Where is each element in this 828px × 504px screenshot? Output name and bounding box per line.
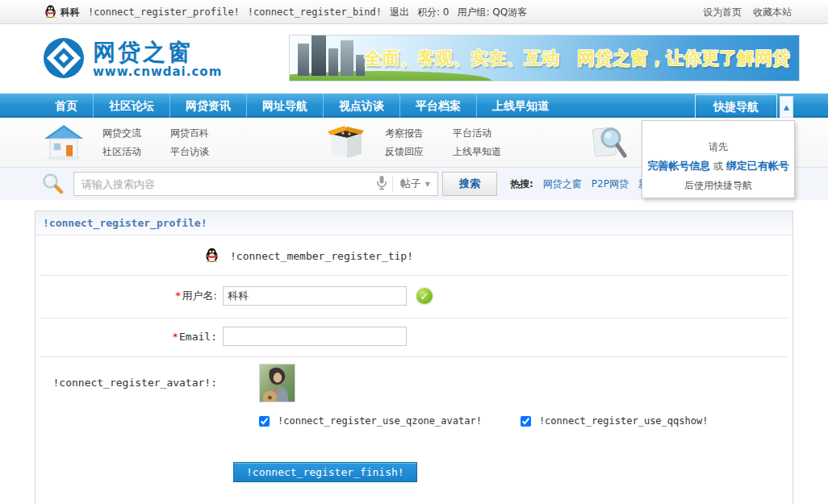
complete-account-link[interactable]: 完善帐号信息 <box>647 160 710 172</box>
search-box: 帖子 ▼ <box>73 172 438 196</box>
hot-search-link[interactable]: 网贷之窗 <box>543 177 582 191</box>
dropdown-or-text: 或 <box>713 160 723 172</box>
top-user-bar: 科科 !connect_register_profile! !connect_r… <box>0 0 828 24</box>
site-logo[interactable]: 网贷之窗 www.cnwdai.com <box>43 37 222 81</box>
register-tip-row: !connect_member_register_tip! <box>36 235 792 275</box>
search-divider <box>392 177 393 191</box>
username-label-text: 用户名: <box>182 289 217 302</box>
topbar-username: 科科 <box>61 6 80 19</box>
nav-item-launch-news[interactable]: 上线早知道 <box>476 94 564 118</box>
avatar-label: !connect_register_avatar!: <box>36 364 223 389</box>
submit-row: !connect_register_finish! <box>36 439 792 504</box>
search-button[interactable]: 搜索 <box>442 172 497 196</box>
usergroup-label: 用户组: QQ游客 <box>458 6 528 19</box>
use-qqshow-label: !connect_register_use_qqshow! <box>539 415 709 427</box>
username-label: *用户名: <box>36 289 223 303</box>
site-header: 网贷之窗 www.cnwdai.com 全面、客观、实在、互动 网贷之窗，让你更… <box>0 24 828 94</box>
logout-link[interactable]: 退出 <box>390 6 409 19</box>
promo-banner: 全面、客观、实在、互动 网贷之窗，让你更了解网贷 <box>289 35 800 81</box>
required-mark: * <box>175 289 182 302</box>
qq-icon <box>44 5 56 20</box>
email-label-text: Email: <box>179 331 217 343</box>
chevron-down-icon: ▼ <box>425 181 430 188</box>
set-homepage-link[interactable]: 设为首页 <box>703 6 742 19</box>
subnav-group-activity: 平台活动 上线早知道 <box>453 124 503 161</box>
nav-item-platforms[interactable]: 平台档案 <box>399 94 476 118</box>
subnav-link[interactable]: 上线早知道 <box>453 143 503 161</box>
main-nav: 首页 社区论坛 网贷资讯 网址导航 视点访谈 平台档案 上线早知道 快捷导航 ▲… <box>0 94 828 118</box>
email-label: *Email: <box>36 331 223 343</box>
search-category-select[interactable]: 帖子 ▼ <box>398 177 437 191</box>
subnav-link[interactable]: 网贷交流 <box>102 124 153 143</box>
subnav-link[interactable]: 社区活动 <box>102 143 153 161</box>
quick-nav-dropdown: 请先 完善帐号信息 或 绑定已有帐号 后使用快捷导航 <box>642 120 795 198</box>
subnav-link[interactable]: 反馈回应 <box>385 143 435 161</box>
home-icon <box>43 123 85 163</box>
hot-search-label: 热搜: <box>510 177 533 191</box>
logo-title: 网贷之窗 <box>93 40 222 65</box>
topbar-profile-link[interactable]: !connect_register_profile! <box>88 6 240 18</box>
dropdown-line2: 完善帐号信息 或 绑定已有帐号 <box>642 156 794 176</box>
quick-nav-arrow-icon[interactable]: ▲ <box>780 96 793 118</box>
search-category-value: 帖子 <box>400 177 421 191</box>
search-input[interactable] <box>74 173 376 194</box>
subnav-group-reports: 考察报告 反馈回应 <box>385 124 435 161</box>
valid-check-icon: ✓ <box>416 288 433 304</box>
register-profile-panel: !connect_register_profile! !connect_memb… <box>35 210 793 504</box>
magnifier-document-icon <box>588 123 628 163</box>
panel-title: !connect_register_profile! <box>36 211 792 235</box>
nav-item-interviews[interactable]: 视点访谈 <box>323 94 399 118</box>
logo-url: www.cnwdai.com <box>93 65 222 79</box>
box-icon <box>325 123 367 163</box>
search-icon <box>41 172 64 197</box>
nav-item-sites[interactable]: 网址导航 <box>246 94 323 118</box>
avatar-image <box>259 364 295 402</box>
use-qqshow-checkbox[interactable] <box>521 416 531 427</box>
subnav-link[interactable]: 网贷百科 <box>170 124 220 143</box>
use-qzone-avatar-label: !connect_register_use_qzone_avatar! <box>278 415 482 427</box>
qq-icon <box>205 248 219 264</box>
subnav-link[interactable]: 考察报告 <box>385 124 435 143</box>
logo-icon <box>43 37 85 81</box>
username-row: *用户名: ✓ <box>36 276 792 318</box>
banner-building <box>298 44 309 76</box>
required-mark: * <box>172 331 178 343</box>
avatar-row: !connect_register_avatar!: <box>36 357 792 407</box>
banner-building <box>328 48 338 76</box>
hot-search-link[interactable]: P2P网贷 <box>592 177 629 191</box>
score-label: 积分: 0 <box>417 6 450 19</box>
banner-building <box>312 35 326 76</box>
banner-slogan: 全面、客观、实在、互动 网贷之窗，让你更了解网贷 <box>362 35 792 81</box>
subnav-group-community: 网贷交流 社区活动 <box>102 124 153 161</box>
email-row: *Email: <box>36 319 792 356</box>
subnav-link[interactable]: 平台访谈 <box>170 143 220 161</box>
register-tip-text: !connect_member_register_tip! <box>230 250 413 262</box>
use-qzone-avatar-checkbox[interactable] <box>259 416 270 427</box>
register-finish-button[interactable]: !connect_register_finish! <box>233 462 417 482</box>
dropdown-line3: 后使用快捷导航 <box>642 176 794 195</box>
banner-building <box>341 40 353 76</box>
subnav-group-wiki: 网贷百科 平台访谈 <box>170 124 220 161</box>
avatar-options-row: !connect_register_use_qzone_avatar! !con… <box>36 407 792 439</box>
topbar-bind-link[interactable]: !connect_register_bind! <box>248 6 382 18</box>
email-input[interactable] <box>223 327 407 346</box>
nav-item-home[interactable]: 首页 <box>40 94 93 118</box>
bind-account-link[interactable]: 绑定已有帐号 <box>726 160 789 172</box>
subnav-link[interactable]: 平台活动 <box>453 124 503 143</box>
quick-nav-tab[interactable]: 快捷导航 <box>695 94 777 119</box>
nav-item-news[interactable]: 网贷资讯 <box>169 94 246 118</box>
nav-item-forum[interactable]: 社区论坛 <box>93 94 169 118</box>
dropdown-line1: 请先 <box>642 137 794 156</box>
username-input[interactable] <box>223 286 407 306</box>
mic-icon[interactable] <box>376 175 387 193</box>
favorite-site-link[interactable]: 收藏本站 <box>753 6 792 19</box>
